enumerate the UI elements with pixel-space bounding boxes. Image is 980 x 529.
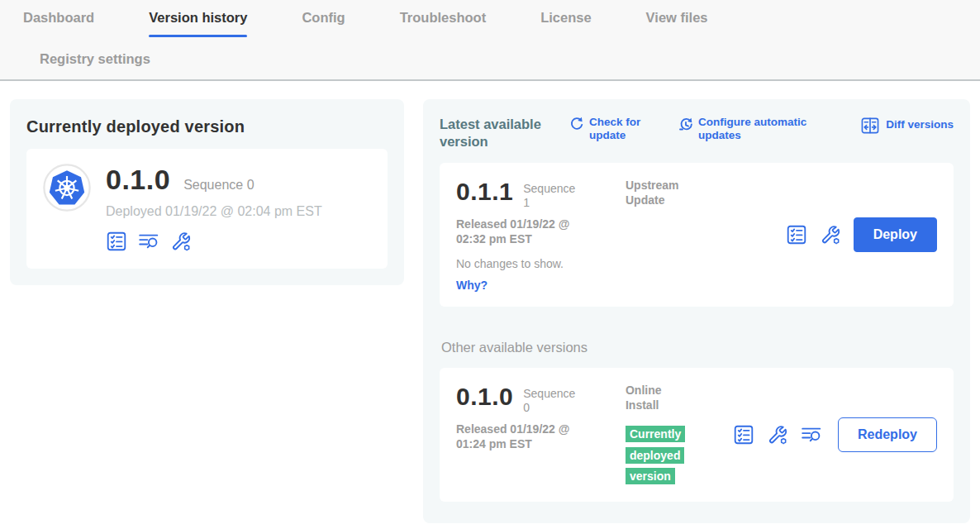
latest-version-released: Released 01/19/22 @ 02:32 pm EST [456,217,597,246]
latest-version-info: 0.1.1 Sequence 1 Released 01/19/22 @ 02:… [456,178,626,292]
secondary-tabs: Registry settings [0,37,980,79]
diff-versions-link[interactable]: Diff versions [860,116,954,135]
edit-config-icon[interactable] [170,231,192,252]
tab-label: Dashboard [23,10,94,25]
tab-config[interactable]: Config [302,10,345,37]
tab-troubleshoot[interactable]: Troubleshoot [400,10,487,37]
tab-dashboard[interactable]: Dashboard [23,10,94,37]
tab-underline [400,35,487,37]
primary-tabs: Dashboard Version history Config Trouble… [0,10,980,37]
deployed-sequence: Sequence 0 [183,178,254,193]
preflight-checks-icon[interactable] [786,224,807,245]
latest-version-number: 0.1.1 [456,178,513,206]
tab-label: View files [646,10,708,25]
currently-deployed-panel: Currently deployed version 0.1.0 Sequenc… [10,99,404,285]
refresh-icon [568,117,583,131]
latest-version-sequence: Sequence 1 [523,178,583,210]
deploy-button[interactable]: Deploy [854,217,937,252]
edit-config-icon[interactable] [820,224,841,245]
tab-registry-settings[interactable]: Registry settings [40,51,150,66]
tab-license[interactable]: License [540,10,591,37]
redeploy-button[interactable]: Redeploy [838,417,937,452]
tab-label: Config [302,10,345,25]
other-version-source: Online Install [626,383,692,412]
auto-update-icon [678,117,692,131]
currently-deployed-badge: Currently deployed version [626,426,685,485]
latest-available-header: Latest available version Check for updat… [440,116,954,150]
top-navigation: Dashboard Version history Config Trouble… [0,0,980,81]
preflight-checks-icon[interactable] [733,424,754,446]
why-link[interactable]: Why? [456,279,626,292]
other-version-actions: Redeploy [733,417,937,452]
tab-label: Troubleshoot [400,10,487,25]
deployed-version-number: 0.1.0 [106,164,170,196]
view-diff-icon[interactable] [138,231,159,252]
kubernetes-logo-icon [43,164,91,212]
configure-automatic-updates-label: Configure automatic updates [698,116,822,142]
latest-available-title: Latest available version [440,116,557,150]
tab-version-history[interactable]: Version history [149,10,247,37]
latest-version-source-col: Upstream Update [626,178,733,292]
tab-underline [302,35,345,37]
other-version-sequence: Sequence 0 [523,383,583,415]
other-version-card: 0.1.0 Sequence 0 Released 01/19/22 @ 01:… [440,368,954,502]
tab-underline [23,35,94,37]
edit-config-icon[interactable] [767,424,788,446]
preflight-checks-icon[interactable] [106,231,127,252]
view-diff-icon[interactable] [801,424,822,446]
no-changes-note: No changes to show. [456,257,626,270]
other-version-number: 0.1.0 [456,383,513,411]
diff-versions-icon [860,117,880,135]
latest-available-panel: Latest available version Check for updat… [423,99,970,523]
latest-version-actions: Deploy [786,217,937,252]
check-for-update-label: Check for update [589,116,659,142]
other-version-info: 0.1.0 Sequence 0 Released 01/19/22 @ 01:… [456,383,626,487]
other-version-source-col: Online Install Currently deployed versio… [626,383,733,487]
tab-underline [646,35,708,37]
tab-label: License [540,10,591,25]
latest-version-card: 0.1.1 Sequence 1 Released 01/19/22 @ 02:… [440,163,954,307]
deployed-version-info: 0.1.0 Sequence 0 Deployed 01/19/22 @ 02:… [106,164,322,252]
configure-automatic-updates-link[interactable]: Configure automatic updates [678,116,822,142]
deployed-timestamp: Deployed 01/19/22 @ 02:04 pm EST [106,204,322,219]
active-tab-underline [149,35,247,37]
other-available-versions-title: Other available versions [441,340,954,355]
main-content: Currently deployed version 0.1.0 Sequenc… [0,81,980,523]
check-for-update-link[interactable]: Check for update [568,116,659,142]
currently-deployed-title: Currently deployed version [26,117,388,136]
tab-view-files[interactable]: View files [646,10,708,37]
tab-underline [540,35,591,37]
deployed-version-card: 0.1.0 Sequence 0 Deployed 01/19/22 @ 02:… [26,149,388,269]
latest-version-source: Upstream Update [626,178,692,207]
currently-deployed-badge-wrap: Currently deployed version [626,423,688,488]
diff-versions-label: Diff versions [886,118,954,131]
tab-label: Version history [149,10,247,25]
other-version-released: Released 01/19/22 @ 01:24 pm EST [456,422,597,451]
